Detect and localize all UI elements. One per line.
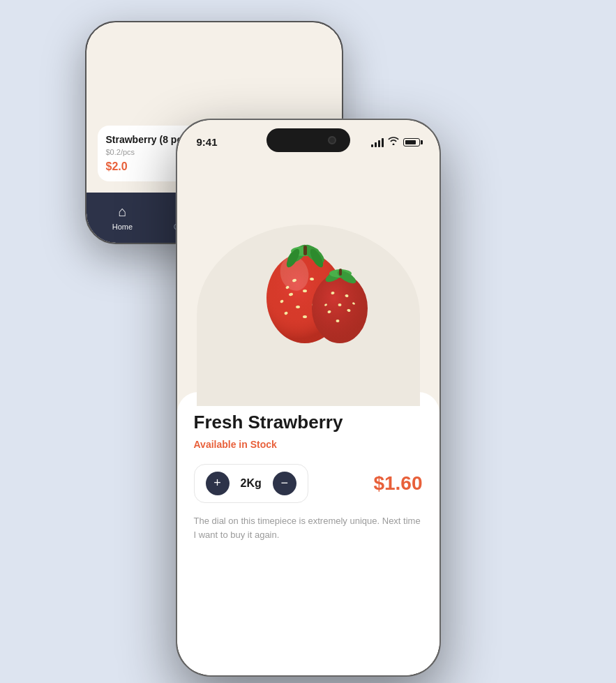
quantity-decrease-button[interactable]: − (273, 472, 296, 495)
nav-home[interactable]: ⌂ Home (112, 204, 133, 231)
phone-front: 9:41 (176, 119, 441, 677)
svg-rect-32 (303, 246, 307, 255)
product-total-price: $1.60 (373, 472, 422, 495)
svg-rect-36 (339, 269, 342, 276)
camera-dot (328, 136, 336, 144)
product-availability: Available in Stock (194, 439, 423, 450)
quantity-row: + 2Kg − $1.60 (194, 464, 423, 503)
dynamic-island (266, 128, 350, 152)
svg-point-4 (303, 290, 307, 292)
product-info-panel: Fresh Strawberry Available in Stock + 2K… (177, 392, 440, 675)
svg-point-18 (312, 273, 368, 343)
product-title: Fresh Strawberry (194, 412, 423, 433)
quantity-control: + 2Kg − (194, 464, 308, 503)
status-time: 9:41 (197, 136, 218, 148)
wifi-icon (388, 137, 399, 147)
product-description: The dial on this timepiece is extremely … (194, 514, 423, 543)
svg-point-24 (336, 320, 339, 322)
product-image (232, 204, 385, 343)
battery-icon (403, 138, 420, 147)
quantity-value: 2Kg (241, 477, 262, 490)
status-icons (371, 137, 420, 147)
svg-point-9 (303, 315, 307, 318)
home-icon: ⌂ (118, 204, 126, 220)
product-image-area (177, 155, 440, 392)
quantity-increase-button[interactable]: + (206, 472, 230, 495)
svg-point-21 (338, 303, 341, 306)
nav-home-label: Home (112, 223, 133, 231)
signal-icon (371, 137, 384, 147)
